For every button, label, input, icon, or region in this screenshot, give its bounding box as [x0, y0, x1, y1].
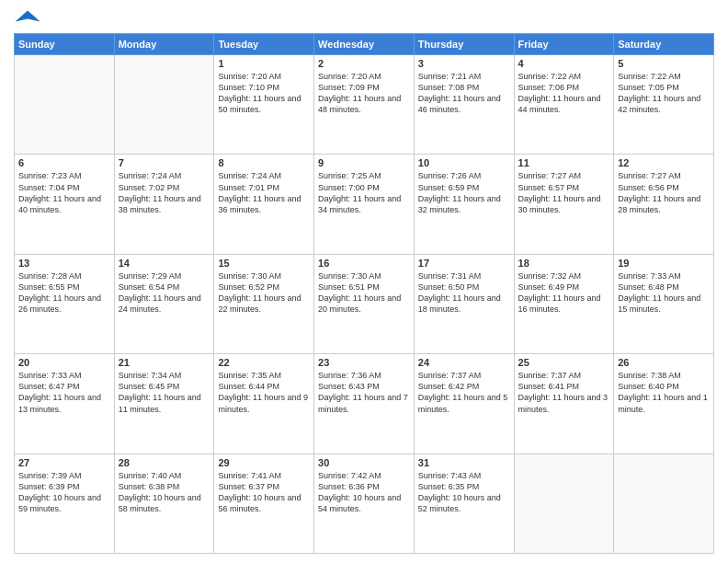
calendar-table: SundayMondayTuesdayWednesdayThursdayFrid…: [14, 33, 714, 554]
sunrise-label: Sunrise: 7:30 AM: [218, 271, 281, 281]
sunset-label: Sunset: 6:49 PM: [518, 282, 580, 292]
sunset-label: Sunset: 6:36 PM: [318, 482, 380, 491]
day-number: 23: [318, 357, 410, 368]
day-detail: Sunrise: 7:40 AMSunset: 6:38 PMDaylight:…: [119, 470, 210, 515]
calendar-cell: 8Sunrise: 7:24 AMSunset: 7:01 PMDaylight…: [214, 155, 314, 254]
weekday-header-tuesday: Tuesday: [214, 34, 314, 55]
sunrise-label: Sunrise: 7:39 AM: [18, 471, 82, 480]
daylight-label: Daylight: 11 hours and 40 minutes.: [18, 194, 101, 214]
sunrise-label: Sunrise: 7:27 AM: [618, 171, 681, 180]
sunset-label: Sunset: 7:05 PM: [618, 83, 679, 92]
sunrise-label: Sunrise: 7:33 AM: [18, 371, 82, 380]
day-detail: Sunrise: 7:28 AMSunset: 6:55 PMDaylight:…: [18, 270, 110, 316]
weekday-header-monday: Monday: [114, 34, 214, 55]
calendar-cell: 27Sunrise: 7:39 AMSunset: 6:39 PMDayligh…: [15, 454, 115, 553]
calendar-cell: 12Sunrise: 7:27 AMSunset: 6:56 PMDayligh…: [614, 155, 714, 254]
sunset-label: Sunset: 6:38 PM: [119, 482, 180, 491]
sunrise-label: Sunrise: 7:24 AM: [119, 171, 182, 180]
daylight-label: Daylight: 11 hours and 38 minutes.: [119, 194, 201, 214]
calendar-cell: 19Sunrise: 7:33 AMSunset: 6:48 PMDayligh…: [614, 254, 714, 353]
day-detail: Sunrise: 7:30 AMSunset: 6:52 PMDaylight:…: [218, 270, 310, 316]
sunset-label: Sunset: 7:00 PM: [318, 183, 380, 192]
day-detail: Sunrise: 7:20 AMSunset: 7:10 PMDaylight:…: [218, 71, 310, 116]
sunrise-label: Sunrise: 7:22 AM: [518, 72, 582, 81]
sunset-label: Sunset: 6:44 PM: [218, 382, 279, 391]
day-detail: Sunrise: 7:27 AMSunset: 6:57 PMDaylight:…: [518, 170, 610, 215]
sunrise-label: Sunrise: 7:20 AM: [318, 72, 381, 81]
calendar-cell: 3Sunrise: 7:21 AMSunset: 7:08 PMDaylight…: [414, 55, 514, 155]
daylight-label: Daylight: 11 hours and 42 minutes.: [618, 94, 700, 114]
sunrise-label: Sunrise: 7:35 AM: [218, 371, 281, 380]
calendar-cell: 14Sunrise: 7:29 AMSunset: 6:54 PMDayligh…: [114, 254, 214, 353]
day-number: 31: [418, 457, 510, 468]
sunset-label: Sunset: 6:47 PM: [18, 382, 80, 391]
day-detail: Sunrise: 7:20 AMSunset: 7:09 PMDaylight:…: [318, 71, 410, 116]
sunrise-label: Sunrise: 7:37 AM: [518, 371, 582, 380]
daylight-label: Daylight: 11 hours and 9 minutes.: [218, 393, 308, 413]
day-number: 25: [518, 357, 610, 368]
day-number: 30: [318, 457, 410, 468]
calendar-cell: 26Sunrise: 7:38 AMSunset: 6:40 PMDayligh…: [614, 354, 714, 454]
sunrise-label: Sunrise: 7:25 AM: [318, 171, 381, 180]
calendar-header-row: SundayMondayTuesdayWednesdayThursdayFrid…: [15, 34, 714, 55]
sunset-label: Sunset: 6:40 PM: [618, 382, 679, 391]
sunrise-label: Sunrise: 7:31 AM: [418, 271, 482, 281]
calendar-cell: 6Sunrise: 7:23 AMSunset: 7:04 PMDaylight…: [15, 155, 115, 254]
calendar-cell: 17Sunrise: 7:31 AMSunset: 6:50 PMDayligh…: [414, 254, 514, 353]
day-number: 21: [119, 357, 210, 368]
day-number: 1: [218, 58, 310, 69]
calendar-cell: [114, 55, 214, 155]
day-number: 16: [318, 258, 410, 269]
calendar-cell: 16Sunrise: 7:30 AMSunset: 6:51 PMDayligh…: [314, 254, 415, 353]
calendar-cell: 9Sunrise: 7:25 AMSunset: 7:00 PMDaylight…: [314, 155, 415, 254]
calendar-cell: 1Sunrise: 7:20 AMSunset: 7:10 PMDaylight…: [214, 55, 314, 155]
day-detail: Sunrise: 7:36 AMSunset: 6:43 PMDaylight:…: [318, 370, 410, 415]
sunset-label: Sunset: 6:48 PM: [618, 282, 679, 292]
calendar-cell: [514, 454, 614, 553]
day-number: 2: [318, 58, 410, 69]
day-number: 12: [618, 157, 710, 168]
sunset-label: Sunset: 6:45 PM: [119, 382, 180, 391]
calendar-cell: 7Sunrise: 7:24 AMSunset: 7:02 PMDaylight…: [114, 155, 214, 254]
daylight-label: Daylight: 11 hours and 26 minutes.: [18, 293, 101, 314]
daylight-label: Daylight: 11 hours and 13 minutes.: [18, 393, 101, 413]
sunrise-label: Sunrise: 7:43 AM: [418, 471, 482, 480]
calendar-cell: 28Sunrise: 7:40 AMSunset: 6:38 PMDayligh…: [114, 454, 214, 553]
calendar-cell: 2Sunrise: 7:20 AMSunset: 7:09 PMDaylight…: [314, 55, 415, 155]
day-number: 26: [618, 357, 710, 368]
day-detail: Sunrise: 7:22 AMSunset: 7:05 PMDaylight:…: [618, 71, 710, 116]
sunset-label: Sunset: 7:04 PM: [18, 183, 80, 192]
svg-marker-1: [16, 11, 40, 22]
day-number: 11: [518, 157, 610, 168]
sunrise-label: Sunrise: 7:29 AM: [119, 271, 182, 281]
calendar-cell: 23Sunrise: 7:36 AMSunset: 6:43 PMDayligh…: [314, 354, 415, 454]
calendar-week-2: 6Sunrise: 7:23 AMSunset: 7:04 PMDaylight…: [15, 155, 714, 254]
calendar-cell: [614, 454, 714, 553]
daylight-label: Daylight: 11 hours and 5 minutes.: [418, 393, 508, 413]
calendar-week-1: 1Sunrise: 7:20 AMSunset: 7:10 PMDaylight…: [15, 55, 714, 155]
day-detail: Sunrise: 7:27 AMSunset: 6:56 PMDaylight:…: [618, 170, 710, 215]
daylight-label: Daylight: 11 hours and 32 minutes.: [418, 194, 501, 214]
calendar-week-5: 27Sunrise: 7:39 AMSunset: 6:39 PMDayligh…: [15, 454, 714, 553]
daylight-label: Daylight: 11 hours and 48 minutes.: [318, 94, 401, 114]
daylight-label: Daylight: 11 hours and 18 minutes.: [418, 293, 501, 314]
day-detail: Sunrise: 7:31 AMSunset: 6:50 PMDaylight:…: [418, 270, 510, 316]
day-number: 29: [218, 457, 310, 468]
day-detail: Sunrise: 7:34 AMSunset: 6:45 PMDaylight:…: [119, 370, 210, 415]
day-number: 7: [119, 157, 210, 168]
sunset-label: Sunset: 6:35 PM: [418, 482, 480, 491]
calendar-week-3: 13Sunrise: 7:28 AMSunset: 6:55 PMDayligh…: [15, 254, 714, 353]
calendar-cell: 22Sunrise: 7:35 AMSunset: 6:44 PMDayligh…: [214, 354, 314, 454]
sunrise-label: Sunrise: 7:41 AM: [218, 471, 281, 480]
day-detail: Sunrise: 7:24 AMSunset: 7:01 PMDaylight:…: [218, 170, 310, 215]
calendar-cell: 31Sunrise: 7:43 AMSunset: 6:35 PMDayligh…: [414, 454, 514, 553]
sunset-label: Sunset: 7:09 PM: [318, 83, 380, 92]
day-detail: Sunrise: 7:38 AMSunset: 6:40 PMDaylight:…: [618, 370, 710, 415]
day-detail: Sunrise: 7:35 AMSunset: 6:44 PMDaylight:…: [218, 370, 310, 415]
sunrise-label: Sunrise: 7:40 AM: [119, 471, 182, 480]
day-detail: Sunrise: 7:24 AMSunset: 7:02 PMDaylight:…: [119, 170, 210, 215]
sunset-label: Sunset: 6:37 PM: [218, 482, 279, 491]
day-number: 14: [119, 258, 210, 269]
calendar-cell: 20Sunrise: 7:33 AMSunset: 6:47 PMDayligh…: [15, 354, 115, 454]
day-number: 8: [218, 157, 310, 168]
